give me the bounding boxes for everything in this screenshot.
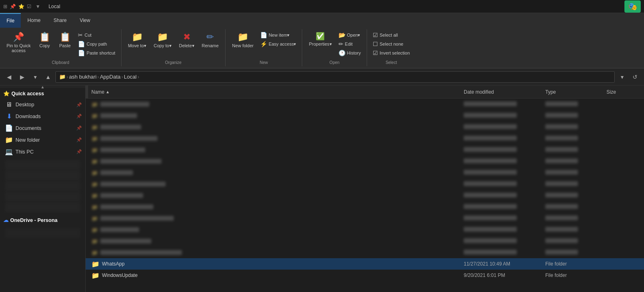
quick-access-header[interactable]: ⭐ Quick access xyxy=(0,88,85,99)
select-none-button[interactable]: ☐ Select none xyxy=(370,40,412,48)
col-header-name[interactable]: Name ▲ xyxy=(88,87,460,97)
up-button[interactable]: ▲ xyxy=(42,71,54,83)
pin-label: Pin to Quickaccess xyxy=(7,43,31,53)
sidebar-blur-6 xyxy=(5,228,80,238)
sidebar-item-this-pc[interactable]: 💻 This PC 📌 xyxy=(0,146,85,158)
address-path[interactable]: 📁 › ash bukhari › AppData › Local › xyxy=(55,71,615,83)
easy-access-icon: ⚡ xyxy=(260,41,267,47)
pin-to-quick-access-button[interactable]: 📌 Pin to Quickaccess xyxy=(3,31,34,55)
select-all-label: Select all xyxy=(380,33,398,37)
invert-selection-button[interactable]: ☑ Invert selection xyxy=(370,49,412,57)
tab-view[interactable]: View xyxy=(73,13,97,28)
new-folder-button[interactable]: 📁 New folder xyxy=(229,31,257,50)
sidebar-blur-4 xyxy=(5,192,80,202)
ribbon-tabs: File Home Share View xyxy=(0,13,644,28)
table-row-whatsapp[interactable]: 📁 WhatsApp 11/27/2021 10:49 AM File fold… xyxy=(86,258,644,270)
easy-access-button[interactable]: ⚡ Easy access▾ xyxy=(258,40,299,48)
ribbon-section-organize: 📁 Move to▾ 📁 Copy to▾ ✖ Delete▾ ✏ Rename… xyxy=(122,29,226,66)
copy-to-label: Copy to▾ xyxy=(154,43,172,48)
select-all-icon: ☑ xyxy=(373,32,378,38)
address-bar: ◀ ▶ ▾ ▲ 📁 › ash bukhari › AppData › Loca… xyxy=(0,68,644,86)
new-buttons: 📁 New folder 📄 New item▾ ⚡ Easy access▾ xyxy=(229,31,299,59)
move-to-icon: 📁 xyxy=(132,33,143,42)
downloads-label: Downloads xyxy=(15,114,41,119)
select-none-icon: ☐ xyxy=(373,41,378,47)
ribbon-section-open: ✅ Properties▾ 📂 Open▾ ✏ Edit 🕐 History O… xyxy=(302,29,367,66)
recent-button[interactable]: ▾ xyxy=(29,71,41,83)
file-list: Name ▲ Date modified Type Size 📁 xyxy=(86,86,644,292)
paste-button[interactable]: 📋 Paste xyxy=(55,31,75,50)
rename-label: Rename xyxy=(202,43,219,48)
select-none-label: Select none xyxy=(380,42,403,46)
new-label: New xyxy=(260,59,268,65)
main-content: ▲ ⭐ Quick access 🖥 Desktop 📌 ⬇ Downloads… xyxy=(0,86,644,292)
copy-to-button[interactable]: 📁 Copy to▾ xyxy=(150,31,175,50)
sidebar-item-desktop[interactable]: 🖥 Desktop 📌 xyxy=(0,99,85,110)
copy-path-button[interactable]: 📄 Copy path xyxy=(75,40,117,48)
sidebar-blur-5 xyxy=(5,202,80,212)
clipboard-buttons: 📌 Pin to Quickaccess 📋 Copy 📋 Paste ✂ Cu… xyxy=(3,31,118,59)
path-dropdown-button[interactable]: ▾ xyxy=(616,71,628,83)
delete-icon: ✖ xyxy=(183,33,190,42)
move-to-label: Move to▾ xyxy=(128,43,146,48)
rename-button[interactable]: ✏ Rename xyxy=(199,31,222,50)
desktop-icon: 🖥 xyxy=(5,101,13,108)
path-segment-2[interactable]: AppData xyxy=(100,74,121,80)
col-header-date[interactable]: Date modified xyxy=(460,87,542,97)
tab-file[interactable]: File xyxy=(0,13,21,28)
copy-path-icon: 📄 xyxy=(78,41,85,47)
edit-icon: ✏ xyxy=(339,41,343,47)
edit-button[interactable]: ✏ Edit xyxy=(336,40,363,48)
clipboard-small-buttons: ✂ Cut 📄 Copy path 📄 Paste shortcut xyxy=(75,31,117,57)
blur-row-7: 📁 xyxy=(86,167,644,178)
new-small-buttons: 📄 New item▾ ⚡ Easy access▾ xyxy=(258,31,299,48)
new-folder-label: New folder xyxy=(232,43,254,48)
taskbar-icon1: 📌 xyxy=(10,4,16,9)
ribbon-section-clipboard: 📌 Pin to Quickaccess 📋 Copy 📋 Paste ✂ Cu… xyxy=(0,29,122,66)
col-header-size[interactable]: Size xyxy=(603,87,644,97)
tab-home[interactable]: Home xyxy=(21,13,47,28)
file-date-whatsapp: 11/27/2021 10:49 AM xyxy=(460,260,542,268)
folder-icon-whatsapp: 📁 xyxy=(91,260,100,268)
title-bar: ⊞ 📌 ⭐ ☑ ▼ Local 🎭 xyxy=(0,0,644,13)
file-name-whatsapp: 📁 WhatsApp xyxy=(88,259,460,269)
select-all-button[interactable]: ☑ Select all xyxy=(370,31,412,39)
copy-button[interactable]: 📋 Copy xyxy=(35,31,54,50)
sidebar-item-documents[interactable]: 📄 Documents 📌 xyxy=(0,122,85,134)
delete-button[interactable]: ✖ Delete▾ xyxy=(176,31,198,50)
blur-row-14: 📁 xyxy=(86,247,644,258)
col-header-type[interactable]: Type xyxy=(542,87,603,97)
tab-share[interactable]: Share xyxy=(47,13,73,28)
forward-button[interactable]: ▶ xyxy=(16,71,28,83)
avatar: 🎭 xyxy=(624,0,641,13)
new-item-button[interactable]: 📄 New item▾ xyxy=(258,31,299,39)
sidebar-blur-2 xyxy=(5,171,80,180)
table-row-windowsupdate[interactable]: 📁 WindowsUpdate 9/20/2021 6:01 PM File f… xyxy=(86,270,644,281)
taskbar-icon2: ⭐ xyxy=(18,4,24,9)
refresh-button[interactable]: ↺ xyxy=(629,71,641,83)
cut-button[interactable]: ✂ Cut xyxy=(75,31,117,39)
path-segment-1[interactable]: ash bukhari xyxy=(69,74,96,80)
sidebar-item-downloads[interactable]: ⬇ Downloads 📌 xyxy=(0,110,85,122)
quick-access-label: Quick access xyxy=(11,91,44,97)
title-bar-system-icons: ⊞ 📌 ⭐ ☑ ▼ xyxy=(3,4,40,9)
onedrive-header[interactable]: ☁ OneDrive - Persona xyxy=(0,215,85,226)
path-segment-3[interactable]: Local xyxy=(124,74,137,80)
file-date-windowsupdate: 9/20/2021 6:01 PM xyxy=(460,271,542,279)
col-type-label: Type xyxy=(545,89,556,95)
new-folder-icon: 📁 xyxy=(237,33,248,42)
blur-row-12: 📁 xyxy=(86,224,644,235)
file-list-header: Name ▲ Date modified Type Size xyxy=(86,86,644,99)
properties-button[interactable]: ✅ Properties▾ xyxy=(305,31,335,48)
move-to-button[interactable]: 📁 Move to▾ xyxy=(125,31,150,50)
app-icon: ⊞ xyxy=(3,4,7,9)
paste-shortcut-button[interactable]: 📄 Paste shortcut xyxy=(75,49,117,57)
back-button[interactable]: ◀ xyxy=(3,71,15,83)
window-title: Local xyxy=(49,4,60,9)
history-button[interactable]: 🕐 History xyxy=(336,49,363,57)
organize-buttons: 📁 Move to▾ 📁 Copy to▾ ✖ Delete▾ ✏ Rename xyxy=(125,31,222,59)
folder-icon-windowsupdate: 📁 xyxy=(91,272,100,279)
blur-row-13: 📁 xyxy=(86,235,644,247)
sidebar-item-new-folder[interactable]: 📁 New folder 📌 xyxy=(0,134,85,146)
open-button[interactable]: 📂 Open▾ xyxy=(336,31,363,39)
